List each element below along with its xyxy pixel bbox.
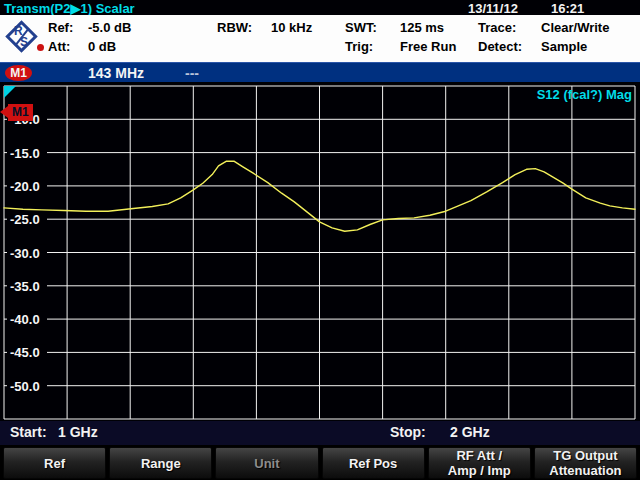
ref-label: Ref: [48, 20, 73, 35]
softkey-range-label: Range [110, 456, 211, 471]
date-display: 13/11/12 [468, 1, 518, 16]
chart-svg: -10.0-15.0-20.0-25.0-30.0-35.0-40.0-45.0… [0, 84, 640, 421]
softkey-ref[interactable]: Ref [3, 447, 106, 479]
softkey-range[interactable]: Range [109, 447, 212, 479]
marker-m1-badge: M1 [5, 65, 32, 81]
marker-m1-flag: M1 [0, 103, 33, 121]
trace-value: Clear/Write [541, 20, 609, 35]
trig-value: Free Run [400, 39, 456, 54]
rbw-value: 10 kHz [271, 20, 312, 35]
trig-label: Trig: [345, 39, 373, 54]
trace-mode-label: S12 (fcal?) Mag [537, 87, 632, 102]
softkey-rf-att-line1: RF Att / [429, 448, 530, 463]
softkey-unit: Unit [215, 447, 318, 479]
ref-value: -5.0 dB [88, 20, 131, 35]
y-axis-label: -30.0 [10, 246, 40, 261]
measurement-mode-title: Transm(P2▶1) Scalar [4, 1, 135, 16]
marker-readout-bar: M1 143 MHz --- [0, 62, 640, 82]
y-axis-label: -20.0 [10, 179, 40, 194]
marker-arrow-icon [0, 106, 8, 118]
softkey-tg-output-line2: Attenuation [535, 463, 636, 478]
att-status-dot-icon [37, 44, 44, 51]
y-axis-label: -15.0 [10, 146, 40, 161]
marker-value: --- [185, 65, 199, 81]
status-header: R S Ref: -5.0 dB Att: 0 dB RBW: 10 kHz S… [0, 15, 640, 62]
y-axis-label: -25.0 [10, 212, 40, 227]
softkey-rf-att-line2: Amp / Imp [429, 463, 530, 478]
softkey-tg-output-attenuation[interactable]: TG Output Attenuation [534, 447, 637, 479]
swt-value: 125 ms [400, 20, 444, 35]
rbw-label: RBW: [217, 20, 252, 35]
softkey-bar: Ref Range Unit Ref Pos RF Att / Amp / Im… [0, 445, 640, 480]
analyzer-screen: Transm(P2▶1) Scalar 13/11/12 16:21 R S R… [0, 0, 640, 480]
marker-flag-label: M1 [8, 104, 33, 121]
softkey-ref-pos[interactable]: Ref Pos [322, 447, 425, 479]
title-bar: Transm(P2▶1) Scalar 13/11/12 16:21 [0, 0, 640, 15]
att-label: Att: [48, 39, 70, 54]
logo-letter-s: S [20, 35, 28, 49]
y-axis-label: -35.0 [10, 279, 40, 294]
softkey-unit-label: Unit [216, 456, 317, 471]
frequency-range-bar: Start: 1 GHz Stop: 2 GHz [0, 421, 640, 445]
stop-value: 2 GHz [450, 424, 490, 440]
start-label: Start: [10, 424, 47, 440]
detect-label: Detect: [478, 39, 522, 54]
time-display: 16:21 [551, 1, 584, 16]
softkey-tg-output-line1: TG Output [535, 448, 636, 463]
rs-logo-icon: R S [6, 21, 38, 53]
y-axis-label: -50.0 [10, 379, 40, 394]
trace-label: Trace: [478, 20, 516, 35]
measurement-chart: -10.0-15.0-20.0-25.0-30.0-35.0-40.0-45.0… [0, 84, 640, 421]
stop-label: Stop: [390, 424, 426, 440]
att-value: 0 dB [88, 39, 116, 54]
y-axis-label: -45.0 [10, 345, 40, 360]
start-value: 1 GHz [58, 424, 98, 440]
swt-label: SWT: [345, 20, 377, 35]
y-axis-label: -40.0 [10, 312, 40, 327]
detect-value: Sample [541, 39, 587, 54]
softkey-rf-att-amp-imp[interactable]: RF Att / Amp / Imp [428, 447, 531, 479]
marker-frequency: 143 MHz [88, 65, 144, 81]
softkey-ref-label: Ref [4, 456, 105, 471]
softkey-ref-pos-label: Ref Pos [323, 456, 424, 471]
